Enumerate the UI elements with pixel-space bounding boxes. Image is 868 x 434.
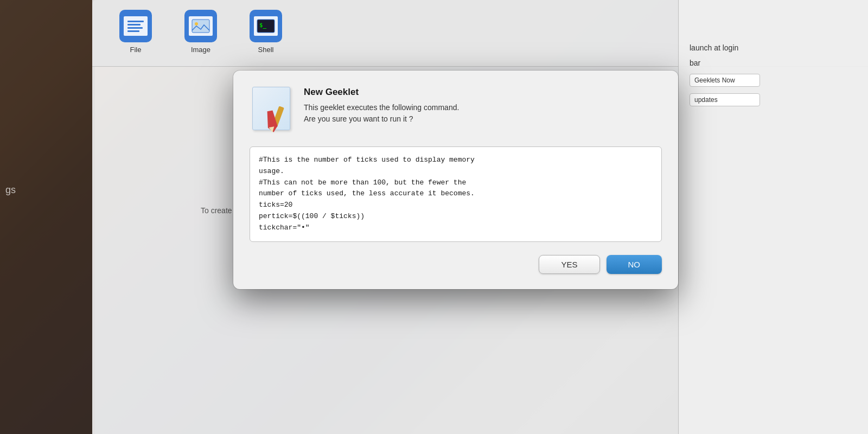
dropdown-updates-label: updates: [694, 96, 718, 104]
code-line-3: #This can not be more than 100, but the …: [259, 178, 466, 187]
image-icon-inner: [189, 16, 213, 36]
code-line-4: number of ticks used, the less accurate …: [259, 189, 475, 197]
right-panel-label-login: launch at login: [690, 43, 738, 52]
right-panel-item-geeklets[interactable]: Geeklets Now: [690, 74, 857, 87]
file-line: [127, 24, 141, 25]
yes-button[interactable]: YES: [539, 255, 599, 274]
icon-item-shell[interactable]: $_ Shell: [233, 5, 298, 58]
modal-subtitle-line1: This geeklet executes the following comm…: [304, 103, 459, 112]
modal-title: New Geeklet: [304, 87, 662, 98]
modal-header: New Geeklet This geeklet executes the fo…: [250, 87, 662, 136]
right-panel-dropdown-geeklets[interactable]: Geeklets Now: [690, 74, 760, 87]
right-panel-item-bar: bar: [690, 59, 857, 67]
modal-buttons: YES NO: [250, 255, 662, 274]
sidebar: gs: [0, 0, 95, 434]
shell-terminal-icon: $_: [256, 18, 276, 34]
file-line: [127, 27, 143, 29]
modal-title-area: New Geeklet This geeklet executes the fo…: [304, 87, 662, 125]
modal-dialog: New Geeklet This geeklet executes the fo…: [233, 71, 678, 289]
modal-code-box: #This is the number of ticks used to dis…: [250, 146, 662, 242]
pencil-ruler-svg: [265, 105, 292, 132]
file-icon-box: [119, 10, 152, 42]
svg-point-1: [195, 22, 198, 25]
icon-item-image[interactable]: Image: [168, 5, 233, 58]
right-panel-label-bar: bar: [690, 59, 700, 67]
file-line: [127, 21, 144, 22]
code-line-2: usage.: [259, 167, 284, 175]
svg-rect-0: [192, 20, 209, 33]
shell-icon-label: Shell: [258, 46, 274, 54]
right-panel-item-updates[interactable]: updates: [690, 93, 857, 106]
no-button[interactable]: NO: [607, 255, 662, 274]
code-line-7: tickchar="•": [259, 224, 310, 232]
right-panel: launch at login bar Geeklets Now updates: [678, 0, 868, 434]
image-icon-label: Image: [191, 46, 210, 54]
dropdown-geeklets-label: Geeklets Now: [694, 76, 735, 84]
image-icon-box: [184, 10, 217, 42]
code-line-6: pertick=$((100 / $ticks)): [259, 212, 365, 220]
file-icon-inner: [124, 16, 148, 36]
file-lines: [124, 17, 147, 35]
right-panel-item-login: launch at login: [690, 43, 857, 52]
svg-text:$_: $_: [259, 22, 267, 29]
icon-item-file[interactable]: File: [103, 5, 168, 58]
file-line: [127, 30, 139, 32]
modal-subtitle: This geeklet executes the following comm…: [304, 102, 662, 125]
right-panel-dropdown-updates[interactable]: updates: [690, 93, 760, 106]
code-line-5: ticks=20: [259, 201, 292, 209]
geeklet-pencil-ruler: [265, 105, 292, 135]
geeklet-icon: [250, 87, 293, 136]
image-svg-icon: [191, 18, 210, 34]
sidebar-label: gs: [5, 184, 16, 196]
shell-icon-inner: $_: [254, 16, 278, 36]
file-icon-label: File: [130, 46, 142, 54]
shell-icon-box: $_: [250, 10, 282, 42]
shell-svg: $_: [256, 18, 276, 34]
modal-subtitle-line2: Are you sure you want to run it ?: [304, 114, 413, 123]
code-line-1: #This is the number of ticks used to dis…: [259, 156, 475, 164]
